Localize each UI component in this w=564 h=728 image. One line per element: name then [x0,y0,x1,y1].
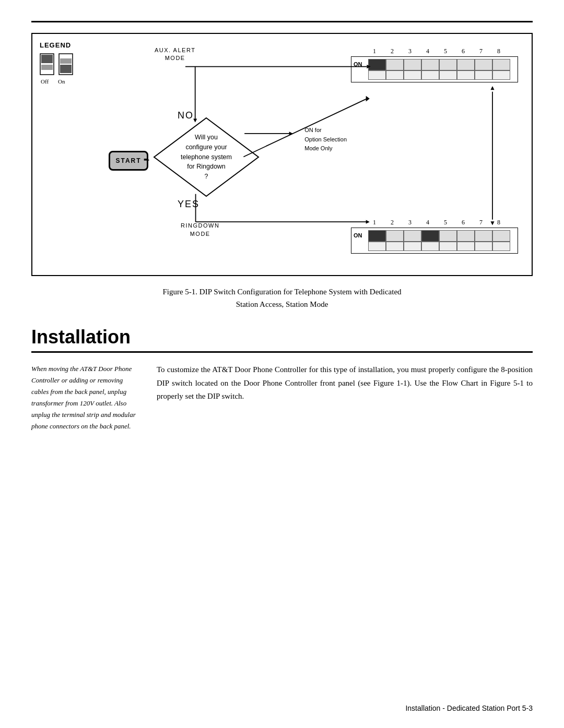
dip-bot-sw2-lo [386,242,404,251]
dip-bot-sw5-lo [439,242,457,251]
dip-bot-numbers: 1 2 3 4 5 6 7 8 [366,219,518,226]
dip-top-sw7-hi [475,59,492,70]
installation-title: Installation [31,326,533,348]
switch-on-icon [58,53,73,75]
left-column-text: When moving the AT&T Door Phone Controll… [31,363,141,433]
dip-top-sw5-lo [439,70,457,80]
svg-marker-11 [366,96,370,102]
dip-bot-sw3-lo [404,242,421,251]
svg-rect-2 [41,65,53,70]
dip-top-sw1-hi [368,59,386,70]
legend-title: LEGEND [40,41,97,49]
svg-rect-5 [60,58,72,64]
dip-bot-sw7-hi [475,230,492,242]
dip-bot-sw6-hi [457,230,475,242]
dip-top-sw7-lo [475,70,492,80]
dip-top-sw1-lo [368,70,386,80]
diamond-shape: Will you configure your telephone system… [151,115,261,199]
aux-alert-label: AUX. ALERT MODE [155,46,195,63]
dip-top-low-row [368,70,510,80]
dip-bot-sw4-hi [421,230,439,242]
diagram-box: LEGEND Off On [31,33,533,276]
dip-panel-bottom: 1 2 3 4 5 6 7 8 ON [351,219,518,254]
page-footer: Installation - Dedicated Station Port 5-… [405,704,533,712]
svg-rect-4 [60,65,72,73]
section-rule [31,351,533,353]
dip-panel-top: 1 2 3 4 5 6 7 8 ON [351,47,518,82]
dip-top-sw2-lo [386,70,404,80]
yes-label: YES [178,199,199,210]
dip-top-high-row [368,59,510,70]
dip-top-sw5-hi [439,59,457,70]
legend-off-label: Off [41,78,49,85]
figure-caption: Figure 5-1. DIP Switch Configuration for… [31,285,533,311]
dip-top-sw3-lo [404,70,421,80]
right-column-text: To customize the AT&T Door Phone Control… [157,363,533,403]
dip-bot-high-row [368,230,510,242]
dip-top-sw2-hi [386,59,404,70]
dip-top-numbers: 1 2 3 4 5 6 7 8 [366,47,518,55]
svg-marker-16 [289,132,293,135]
dip-bot-sw4-lo [421,242,439,251]
dip-top-sw4-lo [421,70,439,80]
installation-section: Installation When moving the AT&T Door P… [31,326,533,433]
dip-bot-sw1-hi [368,230,386,242]
diamond-text: Will you configure your telephone system… [172,133,240,182]
dip-bot-low-row [368,242,510,251]
ringdown-label: RINGDOWN MODE [181,222,219,238]
legend-on-label: On [58,78,65,85]
svg-rect-1 [41,55,53,63]
dip-bot-on-label: ON [354,232,368,238]
dip-bot-sw6-lo [457,242,475,251]
dip-bot-sw2-hi [386,230,404,242]
left-column: When moving the AT&T Door Phone Controll… [31,363,141,433]
dip-top-sw8-hi [492,59,510,70]
right-column: To customize the AT&T Door Phone Control… [157,363,533,433]
dip-top-sw3-hi [404,59,421,70]
on-option-label: ON for Option Selection Mode Only [304,126,347,153]
dip-top-sw6-lo [457,70,475,80]
start-button[interactable]: START [109,151,148,171]
dip-top-sw6-hi [457,59,475,70]
dip-bot-sw5-hi [439,230,457,242]
flowchart-area: AUX. ALERT MODE 1 2 3 4 5 6 7 8 [109,42,518,267]
dip-bot-sw3-hi [404,230,421,242]
content-columns: When moving the AT&T Door Phone Controll… [31,363,533,433]
dip-bot-sw8-hi [492,230,510,242]
legend-area: LEGEND Off On [40,41,97,85]
dip-top-on-label: ON [354,61,368,67]
svg-marker-13 [490,86,494,90]
dip-bot-sw1-lo [368,242,386,251]
dip-bot-sw8-lo [492,242,510,251]
dip-bot-sw7-lo [475,242,492,251]
switch-off-icon [40,53,54,75]
legend-switches [40,53,97,75]
dip-top-sw4-hi [421,59,439,70]
start-label: START [115,157,141,164]
legend-labels: Off On [41,78,97,85]
top-rule [31,21,533,22]
dip-top-sw8-lo [492,70,510,80]
